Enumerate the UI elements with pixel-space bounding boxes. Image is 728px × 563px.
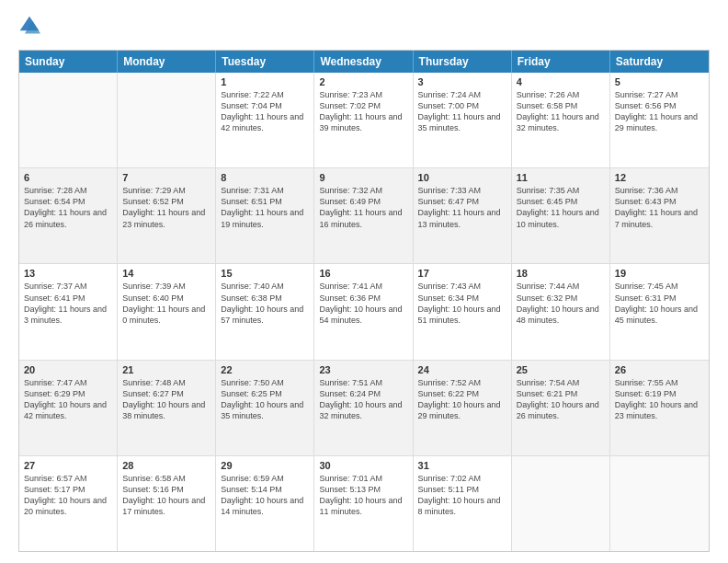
calendar-cell: 21Sunrise: 7:48 AM Sunset: 6:27 PM Dayli… [118,361,216,455]
cell-content: Sunrise: 7:50 AM Sunset: 6:25 PM Dayligh… [221,377,309,422]
calendar-cell [118,73,216,167]
calendar-cell: 28Sunrise: 6:58 AM Sunset: 5:16 PM Dayli… [118,456,216,551]
calendar-cell: 4Sunrise: 7:26 AM Sunset: 6:58 PM Daylig… [512,73,610,167]
calendar-cell: 11Sunrise: 7:35 AM Sunset: 6:45 PM Dayli… [512,168,610,263]
cell-content: Sunrise: 7:54 AM Sunset: 6:21 PM Dayligh… [517,377,605,422]
calendar-cell: 1Sunrise: 7:22 AM Sunset: 7:04 PM Daylig… [216,73,314,167]
calendar-header-cell: Friday [512,51,610,73]
calendar-cell: 15Sunrise: 7:40 AM Sunset: 6:38 PM Dayli… [216,264,314,359]
cell-content: Sunrise: 7:32 AM Sunset: 6:49 PM Dayligh… [319,185,407,230]
cell-content: Sunrise: 7:22 AM Sunset: 7:04 PM Dayligh… [221,89,309,134]
day-number: 27 [24,460,112,471]
cell-content: Sunrise: 7:02 AM Sunset: 5:11 PM Dayligh… [418,473,506,518]
calendar-cell: 12Sunrise: 7:36 AM Sunset: 6:43 PM Dayli… [610,168,709,263]
day-number: 11 [517,172,605,183]
cell-content: Sunrise: 6:57 AM Sunset: 5:17 PM Dayligh… [24,473,112,518]
day-number: 30 [319,460,407,471]
day-number: 18 [517,268,605,279]
day-number: 22 [221,364,309,375]
day-number: 8 [221,172,309,183]
day-number: 19 [615,268,704,279]
page-header [18,15,710,40]
calendar-cell: 5Sunrise: 7:27 AM Sunset: 6:56 PM Daylig… [610,73,709,167]
calendar-cell: 20Sunrise: 7:47 AM Sunset: 6:29 PM Dayli… [19,361,118,455]
calendar-week: 6Sunrise: 7:28 AM Sunset: 6:54 PM Daylig… [19,167,709,263]
calendar-cell: 23Sunrise: 7:51 AM Sunset: 6:24 PM Dayli… [314,361,413,455]
calendar-header: SundayMondayTuesdayWednesdayThursdayFrid… [19,51,709,73]
calendar-cell [19,73,118,167]
day-number: 17 [418,268,506,279]
cell-content: Sunrise: 7:40 AM Sunset: 6:38 PM Dayligh… [221,281,309,326]
cell-content: Sunrise: 7:29 AM Sunset: 6:52 PM Dayligh… [122,185,210,230]
calendar-cell: 13Sunrise: 7:37 AM Sunset: 6:41 PM Dayli… [19,264,118,359]
calendar-cell: 10Sunrise: 7:33 AM Sunset: 6:47 PM Dayli… [414,168,512,263]
cell-content: Sunrise: 7:24 AM Sunset: 7:00 PM Dayligh… [418,89,506,134]
day-number: 20 [24,364,112,375]
calendar-cell: 3Sunrise: 7:24 AM Sunset: 7:00 PM Daylig… [414,73,512,167]
day-number: 6 [24,172,112,183]
calendar-cell: 8Sunrise: 7:31 AM Sunset: 6:51 PM Daylig… [216,168,314,263]
cell-content: Sunrise: 7:37 AM Sunset: 6:41 PM Dayligh… [24,281,112,326]
calendar-cell: 6Sunrise: 7:28 AM Sunset: 6:54 PM Daylig… [19,168,118,263]
logo-icon [18,15,40,37]
cell-content: Sunrise: 7:35 AM Sunset: 6:45 PM Dayligh… [517,185,605,230]
day-number: 14 [122,268,210,279]
day-number: 2 [319,76,407,87]
calendar-cell [512,456,610,551]
calendar-header-cell: Wednesday [314,51,413,73]
day-number: 24 [418,364,506,375]
day-number: 23 [319,364,407,375]
cell-content: Sunrise: 7:26 AM Sunset: 6:58 PM Dayligh… [517,89,605,134]
cell-content: Sunrise: 7:41 AM Sunset: 6:36 PM Dayligh… [319,281,407,326]
calendar-cell: 29Sunrise: 6:59 AM Sunset: 5:14 PM Dayli… [216,456,314,551]
cell-content: Sunrise: 6:58 AM Sunset: 5:16 PM Dayligh… [122,473,210,518]
cell-content: Sunrise: 7:48 AM Sunset: 6:27 PM Dayligh… [122,377,210,422]
cell-content: Sunrise: 7:55 AM Sunset: 6:19 PM Dayligh… [615,377,704,422]
cell-content: Sunrise: 7:43 AM Sunset: 6:34 PM Dayligh… [418,281,506,326]
cell-content: Sunrise: 7:44 AM Sunset: 6:32 PM Dayligh… [517,281,605,326]
cell-content: Sunrise: 7:27 AM Sunset: 6:56 PM Dayligh… [615,89,704,134]
day-number: 16 [319,268,407,279]
calendar-cell: 25Sunrise: 7:54 AM Sunset: 6:21 PM Dayli… [512,361,610,455]
calendar-week: 1Sunrise: 7:22 AM Sunset: 7:04 PM Daylig… [19,73,709,167]
calendar-week: 13Sunrise: 7:37 AM Sunset: 6:41 PM Dayli… [19,263,709,359]
day-number: 1 [221,76,309,87]
cell-content: Sunrise: 7:01 AM Sunset: 5:13 PM Dayligh… [319,473,407,518]
day-number: 25 [517,364,605,375]
cell-content: Sunrise: 7:45 AM Sunset: 6:31 PM Dayligh… [615,281,704,326]
cell-content: Sunrise: 7:31 AM Sunset: 6:51 PM Dayligh… [221,185,309,230]
calendar-cell: 7Sunrise: 7:29 AM Sunset: 6:52 PM Daylig… [118,168,216,263]
calendar-cell: 9Sunrise: 7:32 AM Sunset: 6:49 PM Daylig… [314,168,413,263]
calendar-cell: 18Sunrise: 7:44 AM Sunset: 6:32 PM Dayli… [512,264,610,359]
day-number: 29 [221,460,309,471]
cell-content: Sunrise: 7:33 AM Sunset: 6:47 PM Dayligh… [418,185,506,230]
cell-content: Sunrise: 7:39 AM Sunset: 6:40 PM Dayligh… [122,281,210,326]
calendar-cell [610,456,709,551]
calendar-cell: 27Sunrise: 6:57 AM Sunset: 5:17 PM Dayli… [19,456,118,551]
day-number: 21 [122,364,210,375]
day-number: 9 [319,172,407,183]
calendar-cell: 17Sunrise: 7:43 AM Sunset: 6:34 PM Dayli… [414,264,512,359]
calendar-cell: 22Sunrise: 7:50 AM Sunset: 6:25 PM Dayli… [216,361,314,455]
day-number: 5 [615,76,704,87]
calendar-week: 27Sunrise: 6:57 AM Sunset: 5:17 PM Dayli… [19,455,709,551]
calendar-cell: 26Sunrise: 7:55 AM Sunset: 6:19 PM Dayli… [610,361,709,455]
day-number: 12 [615,172,704,183]
calendar-cell: 2Sunrise: 7:23 AM Sunset: 7:02 PM Daylig… [314,73,413,167]
day-number: 7 [122,172,210,183]
calendar: SundayMondayTuesdayWednesdayThursdayFrid… [18,50,710,552]
calendar-cell: 19Sunrise: 7:45 AM Sunset: 6:31 PM Dayli… [610,264,709,359]
calendar-cell: 24Sunrise: 7:52 AM Sunset: 6:22 PM Dayli… [414,361,512,455]
calendar-body: 1Sunrise: 7:22 AM Sunset: 7:04 PM Daylig… [19,73,709,551]
day-number: 26 [615,364,704,375]
calendar-header-cell: Saturday [610,51,709,73]
calendar-header-cell: Tuesday [216,51,314,73]
logo [18,15,44,40]
day-number: 15 [221,268,309,279]
calendar-cell: 31Sunrise: 7:02 AM Sunset: 5:11 PM Dayli… [414,456,512,551]
cell-content: Sunrise: 7:28 AM Sunset: 6:54 PM Dayligh… [24,185,112,230]
calendar-week: 20Sunrise: 7:47 AM Sunset: 6:29 PM Dayli… [19,360,709,455]
day-number: 13 [24,268,112,279]
cell-content: Sunrise: 7:52 AM Sunset: 6:22 PM Dayligh… [418,377,506,422]
cell-content: Sunrise: 6:59 AM Sunset: 5:14 PM Dayligh… [221,473,309,518]
